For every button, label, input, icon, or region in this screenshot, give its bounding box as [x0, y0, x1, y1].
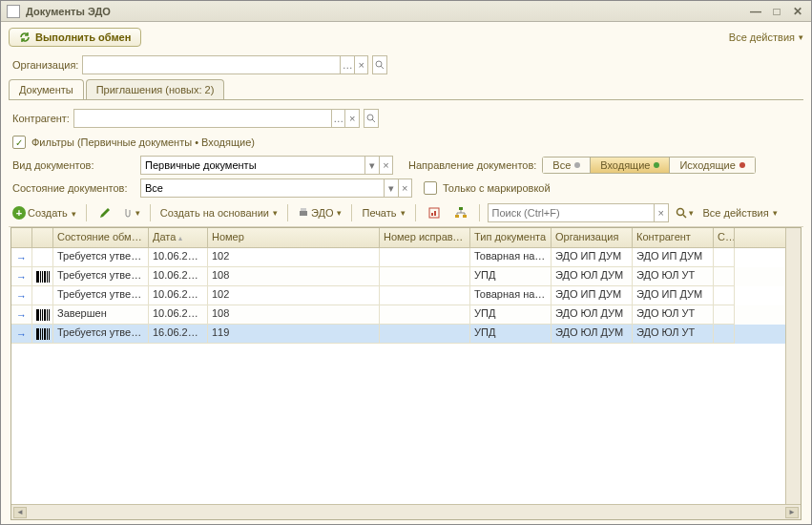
doc-type-dropdown-button[interactable]: ▾ [364, 157, 378, 174]
direction-outgoing[interactable]: Исходящие [670, 157, 755, 174]
create-based-button[interactable]: Создать на основании [158, 207, 280, 219]
search-clear-button[interactable]: × [654, 204, 668, 221]
svg-rect-11 [463, 215, 467, 218]
doc-type-clear-button[interactable]: × [379, 157, 392, 174]
org-input[interactable] [83, 56, 340, 74]
grid-vscrollbar[interactable] [785, 228, 801, 504]
create-button[interactable]: + Создать [10, 206, 78, 220]
barcode-icon [36, 309, 50, 321]
window-title: Документы ЭДО [26, 6, 748, 17]
table-row[interactable]: → Завершен 10.06.2020 108 УПД ЭДО ЮЛ ДУМ… [11, 305, 785, 325]
scroll-right-button[interactable]: ► [785, 507, 799, 518]
col-c4[interactable]: Дата ▴ [149, 228, 208, 247]
state-select[interactable]: ▾ × [140, 178, 412, 198]
search-box: × [488, 203, 669, 222]
state-row: Состояние документов: ▾ × Только с марки… [9, 177, 803, 200]
table-row[interactable]: → Требуется утвер... 16.06.2020 119 УПД … [11, 325, 785, 344]
state-clear-button[interactable]: × [398, 179, 411, 197]
svg-line-1 [381, 66, 384, 69]
counterparty-label: Контрагент: [12, 113, 70, 124]
state-dropdown-button[interactable]: ▾ [384, 179, 397, 197]
grid-hscrollbar[interactable]: ◄ ► [11, 504, 801, 519]
tree-button[interactable] [450, 203, 471, 222]
refresh-icon [19, 32, 31, 43]
arrow-right-icon: → [16, 309, 27, 321]
doc-type-label: Вид документов: [12, 159, 135, 171]
exchange-button[interactable]: Выполнить обмен [9, 28, 141, 47]
edo-menu-button[interactable]: ЭДО [296, 207, 344, 219]
close-button[interactable]: ✕ [790, 5, 805, 18]
direction-all[interactable]: Все [542, 157, 591, 174]
more-menu-button[interactable] [121, 203, 142, 222]
table-row[interactable]: → Требуется утвер... 10.06.2020 108 УПД … [11, 267, 785, 286]
maximize-button[interactable]: □ [769, 5, 784, 18]
counterparty-lookup-button[interactable] [364, 109, 379, 128]
col-c8[interactable]: Организация [552, 228, 633, 247]
col-c6[interactable]: Номер исправле... [380, 228, 470, 247]
col-c7[interactable]: Тип документа [470, 228, 552, 247]
exchange-label: Выполнить обмен [35, 32, 131, 43]
svg-rect-5 [301, 208, 306, 211]
counterparty-input-group: … × [73, 109, 360, 128]
search-input[interactable] [489, 204, 654, 221]
org-lookup-button[interactable] [372, 55, 387, 74]
state-label: Состояние документов: [12, 182, 135, 194]
col-c5[interactable]: Номер [208, 228, 380, 247]
svg-rect-7 [431, 213, 433, 216]
svg-rect-9 [459, 207, 463, 210]
minimize-button[interactable]: — [748, 5, 763, 18]
marking-label: Только с маркировкой [443, 182, 551, 194]
filters-checkbox[interactable]: ✓ [12, 136, 26, 149]
table-row[interactable]: → Требуется утвер... 10.06.2020 102 Това… [11, 248, 785, 267]
org-ellipsis-button[interactable]: … [340, 56, 354, 74]
org-clear-button[interactable]: × [354, 56, 368, 74]
tab-documents[interactable]: Документы [9, 79, 84, 99]
all-actions-grid[interactable]: Все действия [701, 207, 780, 219]
edit-button[interactable] [94, 203, 115, 222]
col-c10[interactable]: Су [714, 228, 735, 247]
filters-label: Фильтры (Первичные документы • Входящие) [31, 136, 255, 148]
col-c1[interactable] [11, 228, 32, 247]
magnifier-icon [375, 60, 385, 70]
arrow-right-icon: → [16, 271, 27, 283]
counterparty-ellipsis-button[interactable]: … [331, 110, 345, 127]
table-row[interactable]: → Требуется утвер... 10.06.2020 102 Това… [11, 286, 785, 305]
doc-type-select[interactable]: ▾ × [140, 156, 393, 175]
marking-checkbox[interactable] [424, 181, 437, 195]
counterparty-clear-button[interactable]: × [344, 110, 359, 127]
svg-point-12 [677, 209, 684, 216]
grid-body[interactable]: → Требуется утвер... 10.06.2020 102 Това… [11, 248, 785, 504]
scroll-left-button[interactable]: ◄ [13, 507, 27, 518]
all-actions-top[interactable]: Все действия [729, 32, 803, 43]
state-input[interactable] [141, 179, 384, 197]
filters-row: ✓ Фильтры (Первичные документы • Входящи… [9, 131, 803, 154]
col-c9[interactable]: Контрагент [633, 228, 714, 247]
paperclip-icon [122, 207, 134, 219]
pencil-icon [98, 206, 112, 220]
org-label: Организация: [12, 59, 78, 71]
grid-toolbar: + Создать Создать на основании ЭДО Печат… [9, 200, 803, 227]
barcode-icon [36, 271, 50, 283]
direction-incoming[interactable]: Входящие [591, 157, 670, 174]
org-row: Организация: … × [1, 52, 811, 77]
document-icon [7, 5, 20, 18]
direction-label: Направление документов: [408, 159, 536, 171]
tree-icon [454, 206, 468, 220]
arrow-right-icon: → [16, 290, 27, 302]
barcode-icon [36, 328, 50, 340]
svg-rect-10 [455, 215, 459, 218]
tabs: Документы Приглашения (новых: 2) [9, 79, 803, 99]
tab-invitations[interactable]: Приглашения (новых: 2) [86, 79, 225, 99]
col-c2[interactable] [32, 228, 53, 247]
counterparty-input[interactable] [74, 110, 331, 127]
printer-icon [298, 207, 309, 219]
report-button[interactable] [424, 203, 445, 222]
svg-line-13 [683, 215, 686, 218]
doc-type-row: Вид документов: ▾ × Направление документ… [9, 154, 803, 177]
plus-icon: + [12, 206, 26, 220]
print-menu-button[interactable]: Печать [360, 207, 406, 219]
doc-type-input[interactable] [141, 157, 364, 174]
svg-rect-8 [434, 211, 436, 216]
search-menu-button[interactable] [675, 203, 696, 222]
col-c3[interactable]: Состояние обмена [53, 228, 149, 247]
